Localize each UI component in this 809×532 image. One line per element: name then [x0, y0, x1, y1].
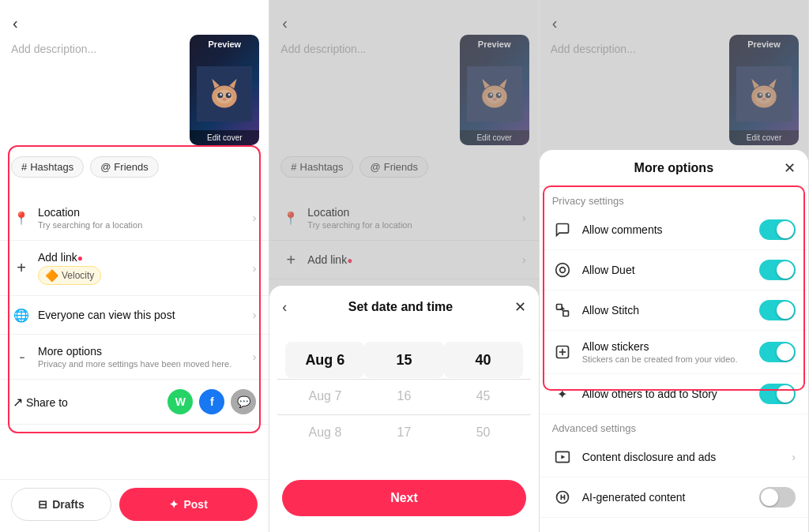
- required-dot-1: ●: [77, 253, 83, 264]
- panel-3: ‹ Preview Edit cover Add description...: [540, 0, 809, 532]
- picker-col-hour[interactable]: 15 16 17: [364, 342, 443, 451]
- picker-col-minute[interactable]: 40 45 50: [444, 342, 523, 451]
- content-disclosure-title: Content disclosure and ads: [582, 451, 792, 463]
- panel-2: ‹ Preview Edit cover Add description...: [269, 0, 539, 532]
- post-label-1: Post: [183, 498, 207, 511]
- modal-close-right[interactable]: ✕: [514, 298, 526, 316]
- allow-comments-toggle[interactable]: [759, 219, 796, 240]
- more-options-content-1: More options Privacy and more settings h…: [38, 345, 253, 369]
- location-title-1: Location: [38, 206, 253, 219]
- friends-label-1: Friends: [114, 161, 148, 173]
- allow-stitch-title: Allow Stitch: [582, 304, 759, 317]
- allow-stitch-row: Allow Stitch: [540, 290, 808, 331]
- allow-comments-content: Allow comments: [582, 223, 759, 236]
- location-item-1[interactable]: 📍 Location Try searching for a location …: [0, 196, 269, 241]
- preview-thumbnail-1: Preview Edit cover: [190, 35, 259, 145]
- location-icon-1: 📍: [13, 209, 30, 227]
- bottom-bar-1: ⊟ Drafts ✦ Post: [0, 479, 269, 532]
- allow-story-row: ✦ Allow others to add to Story: [540, 374, 808, 414]
- picker-minute-2[interactable]: 50: [444, 414, 523, 451]
- ai-generated-toggle[interactable]: [759, 487, 796, 508]
- ai-generated-row: AI-generated content: [540, 478, 808, 518]
- allow-comments-title: Allow comments: [582, 223, 759, 236]
- drafts-icon-1: ⊟: [38, 498, 47, 511]
- edit-cover-bar-1[interactable]: Edit cover: [190, 130, 259, 145]
- more-options-sheet: More options ✕ Privacy settings Allow co…: [540, 150, 808, 532]
- velocity-label-1: Velocity: [62, 270, 94, 281]
- whatsapp-icon-1[interactable]: W: [167, 389, 193, 414]
- picker-date-1[interactable]: Aug 7: [285, 378, 364, 414]
- desc-placeholder-1: Add description...: [11, 43, 96, 55]
- add-link-content-1: Add link● 🔶 Velocity: [38, 251, 253, 285]
- picker-col-date[interactable]: Aug 6 Aug 7 Aug 8: [285, 342, 364, 451]
- content-disclosure-content: Content disclosure and ads: [582, 451, 792, 463]
- ai-generated-title: AI-generated content: [582, 491, 759, 504]
- view-post-content-1: Everyone can view this post: [38, 309, 253, 321]
- privacy-section-label: Privacy settings: [540, 187, 808, 210]
- svg-rect-36: [563, 311, 568, 317]
- friends-btn-1[interactable]: @ Friends: [90, 156, 159, 178]
- duet-icon: [552, 260, 573, 280]
- disclosure-arrow: ›: [792, 451, 796, 463]
- velocity-badge-1: 🔶 Velocity: [38, 264, 253, 285]
- at-icon-1: @: [100, 161, 111, 173]
- allow-stickers-row: Allow stickers Stickers can be created f…: [540, 331, 808, 374]
- allow-comments-row: Allow comments: [540, 210, 808, 250]
- hashtags-btn-1[interactable]: # Hashtags: [11, 156, 84, 178]
- hashtag-label-1: Hashtags: [30, 161, 73, 173]
- allow-stitch-toggle[interactable]: [759, 300, 796, 320]
- options-close-button[interactable]: ✕: [784, 159, 796, 177]
- more-options-item-1[interactable]: ··· More options Privacy and more settin…: [0, 335, 269, 380]
- description-input-1[interactable]: Add description...: [11, 43, 182, 55]
- menu-section-1: 📍 Location Try searching for a location …: [0, 196, 269, 425]
- allow-story-toggle[interactable]: [759, 384, 796, 404]
- date-time-modal-sheet: ‹ Set date and time ✕ Aug 6 Aug 7 Aug 8 …: [269, 286, 538, 532]
- content-disclosure-row[interactable]: Content disclosure and ads ›: [540, 437, 808, 478]
- add-link-item-1[interactable]: + Add link● 🔶 Velocity ›: [0, 241, 269, 296]
- cat-image-1: [190, 35, 259, 145]
- picker-date-0[interactable]: Aug 6: [285, 342, 364, 378]
- allow-stickers-toggle[interactable]: [759, 342, 796, 362]
- share-icons-1: W f 💬: [167, 389, 256, 414]
- allow-story-content: Allow others to add to Story: [582, 388, 759, 400]
- preview-label-1: Preview: [209, 39, 242, 49]
- more-options-modal-overlay: More options ✕ Privacy settings Allow co…: [540, 0, 808, 532]
- facebook-icon-1[interactable]: f: [199, 389, 224, 414]
- picker-hour-0[interactable]: 15: [364, 342, 443, 378]
- add-link-icon-1: +: [13, 260, 30, 277]
- disclosure-icon: [552, 447, 573, 467]
- location-content-1: Location Try searching for a location: [38, 206, 253, 230]
- allow-duet-title: Allow Duet: [582, 264, 759, 276]
- allow-stickers-sub: Stickers can be created from your video.: [582, 354, 759, 364]
- picker-hour-1[interactable]: 16: [364, 378, 443, 414]
- modal-title: Set date and time: [287, 300, 514, 314]
- ai-generated-content: AI-generated content: [582, 491, 759, 504]
- message-icon-1[interactable]: 💬: [231, 389, 256, 414]
- more-options-sub-1: Privacy and more settings have been move…: [38, 359, 253, 369]
- allow-stickers-title: Allow stickers: [582, 340, 759, 353]
- picker-minute-0[interactable]: 40: [444, 342, 523, 378]
- edit-cover-label-1: Edit cover: [207, 133, 242, 142]
- location-arrow-1: ›: [253, 212, 257, 224]
- post-button-1[interactable]: ✦ Post: [119, 488, 258, 521]
- tags-row-1: # Hashtags @ Friends: [11, 156, 159, 178]
- picker-date-2[interactable]: Aug 8: [285, 414, 364, 451]
- ai-icon: [552, 487, 573, 508]
- more-options-title-1: More options: [38, 345, 253, 358]
- allow-story-title: Allow others to add to Story: [582, 388, 759, 400]
- date-time-modal-overlay: ‹ Set date and time ✕ Aug 6 Aug 7 Aug 8 …: [269, 0, 538, 532]
- share-label-1: ↗ Share to: [13, 395, 167, 410]
- view-post-item-1[interactable]: 🌐 Everyone can view this post ›: [0, 296, 269, 335]
- more-options-arrow-1: ›: [253, 350, 257, 363]
- picker-minute-1[interactable]: 45: [444, 378, 523, 414]
- svg-marker-41: [561, 455, 565, 459]
- next-button[interactable]: Next: [282, 480, 525, 516]
- story-icon: ✦: [552, 384, 573, 404]
- svg-point-34: [559, 268, 565, 273]
- allow-duet-toggle[interactable]: [759, 260, 796, 280]
- drafts-button-1[interactable]: ⊟ Drafts: [11, 488, 111, 521]
- back-button-1[interactable]: ‹: [13, 14, 18, 32]
- panel-1: ‹ Preview Edit cover Add description: [0, 0, 269, 532]
- allow-duet-row: Allow Duet: [540, 250, 808, 290]
- picker-hour-2[interactable]: 17: [364, 414, 443, 451]
